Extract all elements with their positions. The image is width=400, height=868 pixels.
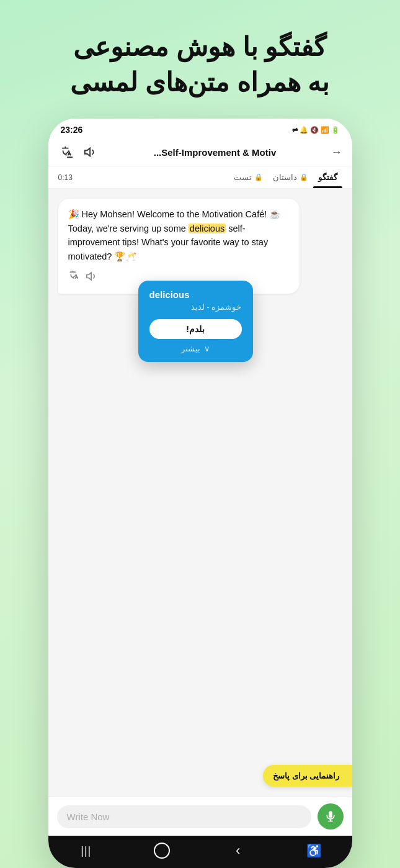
channel-title: ...Self-Improvement & Motiv xyxy=(154,147,277,158)
more-button[interactable]: ∨ بیشتر xyxy=(149,344,242,353)
tooltip-translation: خوشمزه - لذیذ xyxy=(149,302,242,312)
app-header-controls xyxy=(58,143,99,161)
highlighted-word[interactable]: delicious xyxy=(189,224,226,233)
svg-marker-1 xyxy=(86,273,91,280)
nav-accessibility[interactable]: ♿ xyxy=(300,842,327,859)
text-input-placeholder: Write Now xyxy=(67,811,110,822)
tab-test[interactable]: 🔒 تست xyxy=(229,166,268,188)
svg-rect-2 xyxy=(329,811,332,818)
translate-icon[interactable] xyxy=(58,143,76,161)
home-icon xyxy=(154,843,170,859)
alarm-icon: 🔔 xyxy=(300,126,308,134)
cast-icon: ⇌ xyxy=(292,126,298,134)
svg-marker-0 xyxy=(84,148,89,156)
text-input-wrapper[interactable]: Write Now xyxy=(57,805,311,828)
nav-back[interactable]: ‹ xyxy=(224,842,252,859)
know-button[interactable]: بلدم! xyxy=(149,319,242,339)
header-section: گفتگو با هوش مصنوعی به همراه متن‌های لمس… xyxy=(45,0,354,119)
speaker-icon[interactable] xyxy=(82,143,99,161)
back-icon: ‹ xyxy=(236,843,240,859)
translate-message-icon[interactable] xyxy=(68,269,81,285)
input-area: Write Now xyxy=(48,797,352,836)
chevron-down-icon: ∨ xyxy=(204,344,210,353)
recent-apps-icon: ||| xyxy=(81,844,91,857)
message-bubble: 🎉 Hey Mohsen! Welcome to the Motivation … xyxy=(58,199,300,294)
phone-mockup: 23:26 ⇌ 🔔 🔇 📶 🔋 xyxy=(48,119,352,868)
word-tooltip: delicious خوشمزه - لذیذ بلدم! ∨ بیشتر xyxy=(138,281,253,362)
mic-button[interactable] xyxy=(318,803,344,830)
accessibility-icon: ♿ xyxy=(306,843,322,858)
status-icons: ⇌ 🔔 🔇 📶 🔋 xyxy=(292,126,340,134)
session-timer: 0:13 xyxy=(58,173,73,182)
tooltip-word: delicious xyxy=(149,289,242,300)
message-text: 🎉 Hey Mohsen! Welcome to the Motivation … xyxy=(68,207,290,263)
status-bar: 23:26 ⇌ 🔔 🔇 📶 🔋 xyxy=(48,119,352,138)
lock-icon-test: 🔒 xyxy=(254,173,263,181)
forward-arrow-icon[interactable]: → xyxy=(331,146,342,159)
chat-area: 🎉 Hey Mohsen! Welcome to the Motivation … xyxy=(48,189,352,797)
bottom-nav: ||| ‹ ♿ xyxy=(48,836,352,868)
speaker-message-icon[interactable] xyxy=(86,270,98,285)
header-title: گفتگو با هوش مصنوعی به همراه متن‌های لمس… xyxy=(70,30,329,100)
tabs-bar: گفتگو 🔒 داستان 🔒 تست 0:13 xyxy=(48,166,352,189)
battery-icon: 🔋 xyxy=(331,126,340,134)
tab-story[interactable]: 🔒 داستان xyxy=(268,166,313,188)
answer-guide-button[interactable]: راهنمایی برای پاسخ xyxy=(263,765,352,787)
tab-conversation[interactable]: گفتگو xyxy=(313,166,342,188)
lock-icon-story: 🔒 xyxy=(300,173,308,181)
wifi-icon: 📶 xyxy=(321,126,329,134)
nav-recent-apps[interactable]: ||| xyxy=(73,842,100,859)
status-icon-group: ⇌ 🔔 🔇 📶 🔋 xyxy=(292,126,340,134)
nav-home[interactable] xyxy=(148,842,176,859)
mute-icon: 🔇 xyxy=(310,126,319,134)
status-time: 23:26 xyxy=(61,125,83,135)
app-header: ...Self-Improvement & Motiv → xyxy=(48,138,352,166)
